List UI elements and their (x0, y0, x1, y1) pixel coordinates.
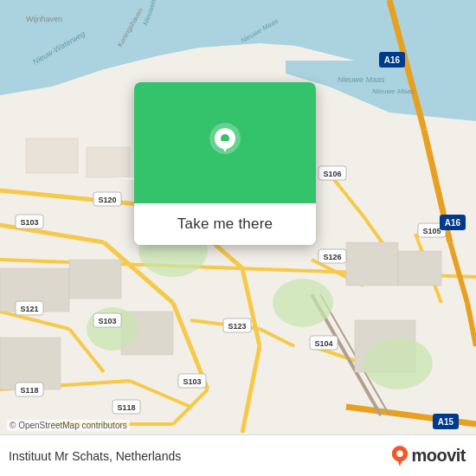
svg-rect-35 (26, 138, 78, 173)
osm-credit: © OpenStreetMap contributors (7, 420, 130, 431)
svg-rect-36 (87, 147, 130, 177)
map-container: S120 S103 S103 S103 S106 S105 S121 S118 … (0, 0, 476, 476)
svg-text:S126: S126 (323, 253, 341, 261)
location-pin-icon (202, 119, 248, 166)
svg-text:A16: A16 (384, 55, 401, 65)
bottom-bar: Instituut Mr Schats, Netherlands moovit (0, 434, 476, 476)
svg-text:S104: S104 (314, 339, 332, 348)
svg-text:Wijnhaven: Wijnhaven (26, 15, 62, 23)
moovit-text: moovit (411, 446, 466, 466)
svg-text:S105: S105 (422, 227, 441, 235)
svg-text:A15: A15 (438, 417, 454, 427)
svg-text:S106: S106 (323, 170, 341, 178)
svg-rect-38 (69, 260, 121, 299)
take-me-there-button[interactable]: Take me there (134, 203, 316, 245)
svg-text:S103: S103 (98, 317, 116, 325)
svg-text:S118: S118 (117, 403, 135, 412)
svg-point-47 (363, 338, 433, 389)
moovit-pin-icon (391, 446, 408, 466)
svg-rect-39 (346, 242, 398, 286)
svg-point-90 (397, 450, 403, 456)
svg-rect-40 (398, 251, 441, 286)
svg-point-46 (273, 279, 333, 327)
location-name: Instituut Mr Schats, Netherlands (9, 449, 181, 463)
svg-marker-91 (398, 460, 403, 466)
svg-text:S103: S103 (20, 218, 38, 227)
svg-text:Nieuwe Maas: Nieuwe Maas (372, 87, 414, 95)
location-card: Take me there (134, 82, 316, 245)
svg-text:S121: S121 (20, 305, 38, 313)
moovit-logo: moovit (391, 446, 466, 466)
svg-text:S123: S123 (228, 322, 246, 331)
svg-text:S103: S103 (183, 377, 201, 386)
svg-rect-41 (0, 338, 61, 389)
svg-text:S118: S118 (20, 386, 38, 395)
svg-text:S120: S120 (98, 196, 116, 204)
card-map-area (134, 82, 316, 203)
svg-text:A16: A16 (445, 218, 461, 228)
svg-text:Nieuwe Maas: Nieuwe Maas (338, 75, 385, 84)
